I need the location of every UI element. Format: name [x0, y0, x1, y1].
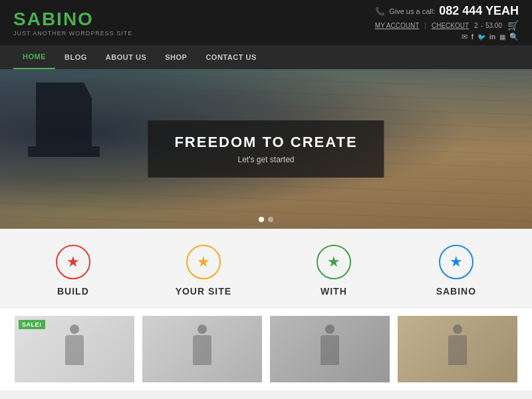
- email-icon[interactable]: ✉: [462, 33, 467, 41]
- product-person-2: [189, 325, 215, 374]
- nav-item-shop[interactable]: SHOP: [156, 45, 196, 69]
- top-bar: SABINO JUST ANOTHER WORDPRESS SITE 📞 Giv…: [0, 0, 532, 45]
- nav-item-about[interactable]: ABOUT US: [96, 45, 156, 69]
- product-card-4[interactable]: [398, 316, 517, 382]
- product-card-1[interactable]: SALE!: [15, 316, 134, 382]
- account-cart: MY ACCOUNT | CHECKOUT 2 - 53.00 🛒: [375, 20, 519, 31]
- search-icon[interactable]: 🔍: [509, 33, 519, 41]
- logo-area: SABINO JUST ANOTHER WORDPRESS SITE: [13, 9, 132, 37]
- slider-dot-2[interactable]: [268, 217, 273, 222]
- nav-item-blog[interactable]: BLOG: [55, 45, 96, 69]
- social-icons: ✉ f 🐦 in ▦ 🔍: [462, 33, 519, 41]
- feature-with: ★ WITH: [317, 245, 351, 297]
- site-tagline: JUST ANOTHER WORDPRESS SITE: [13, 30, 132, 37]
- product-card-3[interactable]: [270, 316, 390, 382]
- product-person-1: [61, 325, 88, 374]
- nav-item-contact[interactable]: CONTACT US: [196, 45, 265, 69]
- phone-line: 📞 Give us a call: 082 444 YEAH: [375, 4, 519, 18]
- star-blue: ★: [450, 253, 463, 271]
- feature-label-build: BUILD: [57, 286, 89, 297]
- product-card-2[interactable]: [142, 316, 262, 382]
- nav-item-home[interactable]: HOME: [13, 45, 55, 69]
- hero-slider: FREEDOM TO CREATE Let's get started: [0, 69, 532, 229]
- star-circle-green: ★: [317, 245, 351, 279]
- slider-dot-1[interactable]: [259, 217, 264, 222]
- twitter-icon[interactable]: 🐦: [477, 33, 485, 41]
- hero-title: FREEDOM TO CREATE: [174, 134, 357, 151]
- phone-number: 082 444 YEAH: [439, 4, 519, 18]
- product-person-3: [317, 325, 343, 374]
- product-image-3: [270, 316, 390, 382]
- top-right: 📞 Give us a call: 082 444 YEAH MY ACCOUN…: [375, 4, 519, 41]
- star-yellow: ★: [197, 253, 210, 271]
- star-red: ★: [66, 253, 80, 271]
- feature-build: ★ BUILD: [56, 245, 90, 297]
- site-logo[interactable]: SABINO: [13, 9, 132, 30]
- feature-yoursite: ★ YOUR SITE: [176, 245, 231, 297]
- product-image-2: [142, 316, 262, 382]
- facebook-icon[interactable]: f: [471, 33, 473, 41]
- hero-subtitle: Let's get started: [174, 155, 357, 164]
- cart-price: 53.00: [485, 22, 502, 29]
- feature-sabino: ★ SABINO: [436, 245, 476, 297]
- checkout-link[interactable]: CHECKOUT: [432, 22, 469, 29]
- product-person-4: [444, 325, 471, 374]
- star-green: ★: [327, 253, 340, 271]
- star-circle-yellow: ★: [186, 245, 221, 279]
- linkedin-icon[interactable]: in: [489, 33, 495, 41]
- rss-icon[interactable]: ▦: [499, 33, 505, 41]
- navigation-bar: HOME BLOG ABOUT US SHOP CONTACT US: [0, 45, 532, 69]
- hero-text-overlay: FREEDOM TO CREATE Let's get started: [148, 120, 384, 178]
- star-circle-blue: ★: [439, 245, 473, 279]
- product-image-4: [398, 316, 517, 382]
- cart-info: 2 - 53.00: [474, 22, 502, 29]
- feature-label-with: WITH: [321, 286, 347, 297]
- feature-label-sabino: SABINO: [436, 286, 476, 297]
- phone-label: Give us a call:: [389, 7, 435, 15]
- phone-icon: 📞: [375, 7, 385, 16]
- cart-count: 2: [474, 22, 478, 29]
- features-section: ★ BUILD ★ YOUR SITE ★ WITH ★ SABINO: [0, 229, 532, 307]
- my-account-link[interactable]: MY ACCOUNT: [375, 22, 420, 29]
- star-circle-red: ★: [56, 245, 90, 279]
- sale-badge-1: SALE!: [19, 320, 45, 329]
- cart-icon[interactable]: 🛒: [507, 20, 519, 31]
- products-row: SALE!: [0, 307, 532, 390]
- slider-dots: [259, 217, 273, 222]
- feature-label-yoursite: YOUR SITE: [176, 286, 231, 297]
